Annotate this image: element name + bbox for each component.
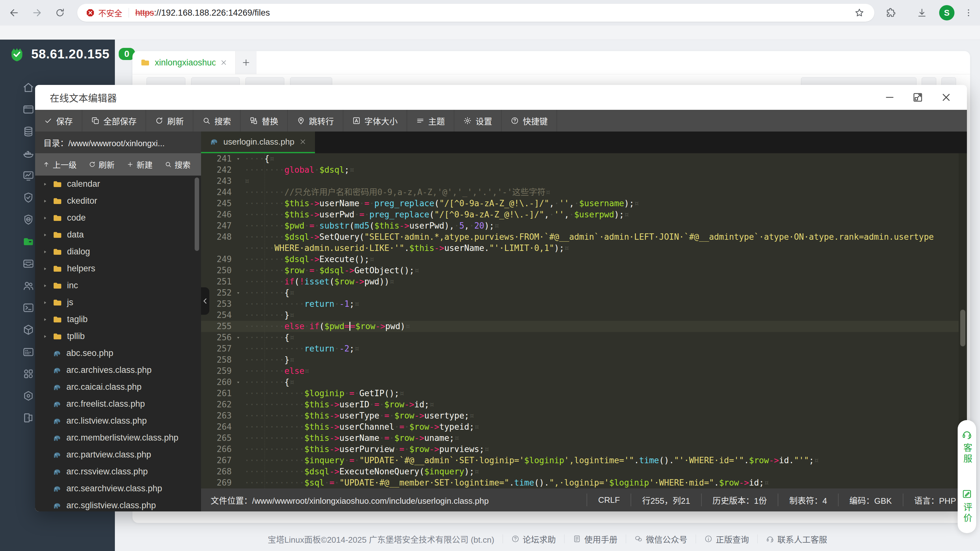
code-editor[interactable]: 241····{¤242········global·$dsql;¤243¤24…	[201, 153, 959, 489]
code-line[interactable]: 241····{¤	[201, 153, 959, 164]
tree-action-search[interactable]: 搜索	[165, 159, 191, 170]
url-bar[interactable]: 不安全 https://192.168.188.226:14269/files	[77, 4, 874, 22]
extensions-icon[interactable]	[882, 4, 900, 22]
code-line[interactable]: 267············$inquery·=·"UPDATE·`#@__a…	[201, 455, 959, 466]
code-line-active[interactable]: 255········else·if($pwd==$row->pwd)¤	[201, 321, 959, 332]
code-line[interactable]: 249········$dsql->Execute();¤	[201, 254, 959, 265]
close-file-tab-icon[interactable]	[299, 138, 307, 146]
tree-action-plus[interactable]: 新建	[127, 159, 153, 170]
editor-toolbar-question-button[interactable]: 快捷键	[502, 110, 557, 132]
editor-toolbar-replace-button[interactable]: 替换	[240, 110, 288, 132]
not-secure-badge[interactable]: 不安全	[86, 7, 122, 19]
fold-marker-icon[interactable]	[232, 377, 245, 388]
code-line[interactable]: 263············$this->userType·=·$row->u…	[201, 410, 959, 421]
editor-toolbar-copy-button[interactable]: 全部保存	[82, 110, 146, 132]
sidebar-item-hexagon[interactable]	[22, 390, 35, 402]
tree-action-up[interactable]: 上一级	[43, 159, 76, 170]
close-icon[interactable]	[940, 91, 952, 104]
browser-reload-button[interactable]	[51, 4, 69, 22]
sidebar-item-home[interactable]	[22, 81, 35, 94]
status-segment-5[interactable]: 语言：PHP	[903, 494, 967, 506]
code-line[interactable]: 264············$this->userChannel·=·$row…	[201, 421, 959, 433]
code-line[interactable]: 266············$this->userPurview·=·$row…	[201, 444, 959, 455]
tree-file-arc.sglistview.class.php[interactable]: arc.sglistview.class.php	[35, 497, 201, 511]
code-line[interactable]: 254········}¤	[201, 310, 959, 321]
sidebar-item-globe-shield[interactable]	[22, 213, 35, 226]
sidebar-item-window[interactable]	[22, 104, 35, 116]
editor-toolbar-goto-button[interactable]: 跳转行	[288, 110, 344, 132]
editor-toolbar-theme-button[interactable]: 主题	[407, 110, 454, 132]
sidebar-item-terminal[interactable]	[22, 302, 35, 314]
sidebar-item-shield-check[interactable]	[22, 191, 35, 204]
code-line[interactable]: 243¤	[201, 175, 959, 187]
status-segment-3[interactable]: 制表符：4	[778, 494, 838, 506]
tree-file-arc.partview.class.php[interactable]: arc.partview.class.php	[35, 446, 201, 463]
footer-link-doc[interactable]: 使用手册	[573, 533, 617, 545]
tree-scrollbar[interactable]	[195, 177, 199, 251]
browser-forward-button[interactable]	[28, 4, 46, 22]
footer-link-question[interactable]: 论坛求助	[511, 533, 556, 545]
tree-file-abc.seo.php[interactable]: abc.seo.php	[35, 345, 201, 362]
tree-file-arc.freelist.class.php[interactable]: arc.freelist.class.php	[35, 395, 201, 412]
browser-menu-icon[interactable]	[959, 4, 977, 22]
sidebar-item-calendar[interactable]	[22, 346, 35, 358]
code-line[interactable]: 259········else¤	[201, 366, 959, 377]
editor-toolbar-fontsize-button[interactable]: 字体大小	[344, 110, 407, 132]
code-line[interactable]: 250········$row·=·$dsql->GetObject();¤	[201, 265, 959, 276]
code-line[interactable]: 245········$this->userName·=·preg_replac…	[201, 198, 959, 209]
code-line[interactable]: 265············$this->userName·=·$row->u…	[201, 433, 959, 444]
fold-marker-icon[interactable]	[232, 287, 245, 298]
code-line[interactable]: 246········$this->userPwd·=·preg_replace…	[201, 209, 959, 220]
tree-file-arc.listview.class.php[interactable]: arc.listview.class.php	[35, 412, 201, 429]
tree-folder-code[interactable]: code	[35, 209, 201, 226]
tree-folder-helpers[interactable]: helpers	[35, 260, 201, 277]
code-line[interactable]: 258········}¤	[201, 354, 959, 366]
status-segment-2[interactable]: 历史版本：1份	[701, 494, 778, 506]
sidebar-header[interactable]: 58.61.20.155 0	[0, 40, 115, 63]
tree-folder-calendar[interactable]: calendar	[35, 175, 201, 193]
code-line[interactable]: 269············$sql·=·"UPDATE·#@__member…	[201, 477, 959, 489]
code-line[interactable]: ······WHERE·admin.userid·LIKE·'".$this->…	[201, 243, 959, 254]
footer-link-headset[interactable]: 联系人工客服	[766, 533, 827, 545]
floating-headset-button[interactable]: 客服	[961, 429, 973, 465]
sidebar-item-docker[interactable]	[22, 148, 35, 159]
footer-link-wechat[interactable]: 微信公众号	[635, 533, 687, 545]
browser-back-button[interactable]	[5, 4, 23, 22]
editor-file-tab[interactable]: userlogin.class.php	[201, 132, 315, 153]
editor-toolbar-search-button[interactable]: 搜索	[193, 110, 240, 132]
sidebar-item-users[interactable]	[22, 280, 35, 292]
file-manager-new-tab-button[interactable]	[235, 51, 256, 74]
fold-marker-icon[interactable]	[232, 153, 245, 164]
code-line[interactable]: 248········$dsql->SetQuery("SELECT·admin…	[201, 231, 959, 243]
status-segment-4[interactable]: 编码：GBK	[838, 494, 903, 506]
editor-scrollbar-thumb[interactable]	[960, 310, 965, 346]
tree-folder-js[interactable]: js	[35, 294, 201, 311]
tree-file-arc.searchview.class.php[interactable]: arc.searchview.class.php	[35, 480, 201, 497]
maximize-icon[interactable]	[912, 92, 924, 103]
tree-folder-taglib[interactable]: taglib	[35, 311, 201, 328]
code-line[interactable]: 247········$pwd·=·substr(md5($this->user…	[201, 220, 959, 231]
sidebar-item-shapes[interactable]	[22, 368, 35, 380]
sidebar-item-folder-files[interactable]	[22, 236, 35, 248]
tree-folder-inc[interactable]: inc	[35, 277, 201, 294]
sidebar-item-cube[interactable]	[22, 324, 35, 336]
tree-folder-tpllib[interactable]: tpllib	[35, 328, 201, 345]
browser-avatar[interactable]: S	[939, 5, 955, 21]
tree-action-refresh[interactable]: 刷新	[89, 159, 115, 170]
collapse-tree-handle[interactable]	[201, 287, 209, 315]
file-manager-tab[interactable]: xinlongxiaoshuo.c	[132, 51, 235, 74]
editor-toolbar-check-button[interactable]: 保存	[35, 110, 82, 132]
code-line[interactable]: 268············$dsql->ExecuteNoneQuery($…	[201, 466, 959, 477]
code-line[interactable]: 256········{¤	[201, 332, 959, 343]
sidebar-item-inbox[interactable]	[22, 258, 35, 270]
footer-link-info[interactable]: 正版查询	[704, 533, 749, 545]
minimize-icon[interactable]	[884, 92, 896, 103]
status-segment-1[interactable]: 行255，列21	[630, 494, 701, 506]
editor-toolbar-gear-button[interactable]: 设置	[454, 110, 502, 132]
bookmark-star-icon[interactable]	[850, 4, 868, 22]
floating-pencilsq-button[interactable]: 评价	[961, 489, 973, 524]
sidebar-item-database[interactable]	[22, 126, 35, 138]
code-line[interactable]: 261············$loginip·=·GetIP();¤	[201, 388, 959, 399]
code-line[interactable]: 252········{¤	[201, 287, 959, 298]
code-line[interactable]: 244········//只允许用户名和密码用0-9,a-z,A-Z,'@','…	[201, 187, 959, 198]
